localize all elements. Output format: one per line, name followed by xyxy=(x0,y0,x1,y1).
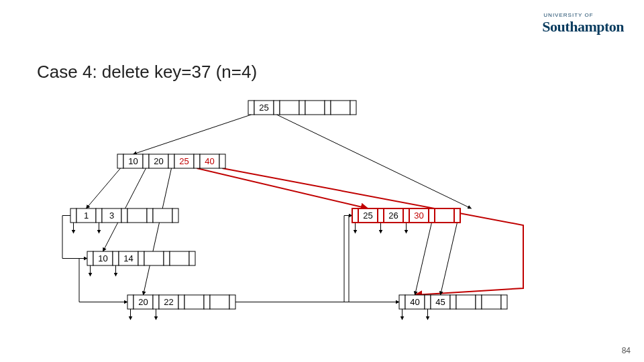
node-key: 30 xyxy=(414,210,423,221)
svg-rect-34 xyxy=(194,154,200,168)
svg-rect-32 xyxy=(168,154,174,168)
svg-line-4 xyxy=(144,168,172,295)
sibling-link xyxy=(235,216,352,302)
svg-line-2 xyxy=(87,168,121,208)
node-key: 40 xyxy=(205,156,214,166)
svg-rect-22 xyxy=(280,101,299,115)
node-key: 10 xyxy=(128,156,138,166)
svg-rect-77 xyxy=(450,295,456,309)
btree-node-leaf_c: 2022 xyxy=(127,295,235,309)
node-key: 25 xyxy=(259,103,268,113)
svg-rect-73 xyxy=(399,295,405,309)
svg-rect-71 xyxy=(435,208,454,223)
svg-rect-53 xyxy=(170,251,189,265)
btree-node-leaf_b: 1014 xyxy=(87,251,195,265)
svg-rect-44 xyxy=(153,208,172,223)
svg-rect-45 xyxy=(172,208,178,223)
svg-rect-39 xyxy=(96,208,102,223)
node-key: 10 xyxy=(98,253,107,263)
svg-rect-46 xyxy=(87,251,93,265)
svg-rect-63 xyxy=(229,295,235,309)
svg-rect-59 xyxy=(178,295,184,309)
svg-rect-28 xyxy=(117,154,123,168)
svg-rect-55 xyxy=(127,295,133,309)
svg-rect-43 xyxy=(147,208,153,223)
node-key: 14 xyxy=(123,253,133,263)
svg-line-5 xyxy=(197,168,368,208)
node-key: 22 xyxy=(164,297,173,307)
svg-rect-52 xyxy=(164,251,170,265)
svg-rect-64 xyxy=(352,208,358,223)
svg-rect-62 xyxy=(210,295,229,309)
sibling-link xyxy=(344,216,458,302)
svg-rect-30 xyxy=(143,154,149,168)
svg-rect-81 xyxy=(501,295,507,309)
node-key: 26 xyxy=(388,210,398,221)
svg-rect-24 xyxy=(305,101,325,115)
btree-diagram: 251020254013101420222526304045 xyxy=(0,0,644,362)
svg-rect-23 xyxy=(299,101,305,115)
svg-rect-51 xyxy=(144,251,164,265)
node-key: 25 xyxy=(179,156,189,166)
node-key: 45 xyxy=(435,297,445,307)
btree-node-root: 25 xyxy=(248,101,356,115)
svg-rect-50 xyxy=(138,251,144,265)
svg-rect-42 xyxy=(127,208,147,223)
svg-rect-36 xyxy=(219,154,225,168)
svg-rect-79 xyxy=(476,295,482,309)
svg-rect-48 xyxy=(113,251,119,265)
svg-rect-26 xyxy=(331,101,350,115)
svg-rect-78 xyxy=(456,295,476,309)
node-key: 3 xyxy=(109,210,114,221)
btree-node-int1: 10202540 xyxy=(117,154,225,168)
svg-line-0 xyxy=(133,115,252,154)
svg-line-9 xyxy=(415,223,432,295)
btree-node-leaf_a: 13 xyxy=(70,208,178,223)
node-key: 20 xyxy=(138,297,148,307)
svg-rect-68 xyxy=(403,208,409,223)
svg-rect-37 xyxy=(70,208,76,223)
svg-rect-19 xyxy=(248,101,254,115)
node-key: 1 xyxy=(84,210,89,221)
btree-node-leaf_d: 252630 xyxy=(352,208,460,223)
svg-rect-41 xyxy=(121,208,127,223)
svg-line-10 xyxy=(441,223,458,295)
svg-rect-66 xyxy=(378,208,384,223)
svg-rect-54 xyxy=(189,251,195,265)
svg-rect-61 xyxy=(204,295,210,309)
svg-rect-57 xyxy=(153,295,159,309)
node-key: 25 xyxy=(363,210,372,221)
node-key: 20 xyxy=(154,156,163,166)
svg-rect-80 xyxy=(482,295,501,309)
svg-rect-21 xyxy=(274,101,280,115)
svg-rect-70 xyxy=(429,208,435,223)
svg-rect-27 xyxy=(350,101,356,115)
svg-rect-60 xyxy=(184,295,204,309)
node-key: 40 xyxy=(410,297,419,307)
svg-rect-25 xyxy=(325,101,331,115)
svg-rect-72 xyxy=(454,208,460,223)
btree-node-leaf_e: 4045 xyxy=(399,295,507,309)
svg-rect-75 xyxy=(425,295,431,309)
